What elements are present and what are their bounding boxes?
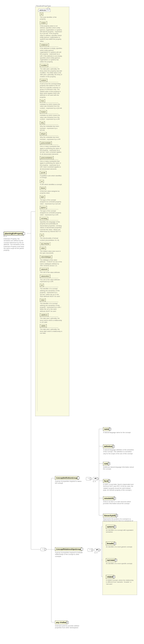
attr-label[interactable]: howuri [40, 110, 47, 113]
child-desc: In NAR 1.8 and later, facet is deprecate… [103, 484, 135, 491]
attr-label[interactable]: pubconstrainturi [40, 156, 54, 159]
attr-label[interactable]: reluri [40, 298, 46, 302]
attr-label[interactable]: valuedatatype [40, 255, 52, 258]
cdg-child-remoteInfo: remoteInfo+A link to an item or a web re… [103, 496, 135, 504]
expand-icon[interactable]: - [81, 548, 83, 550]
attr-label[interactable]: type [40, 195, 45, 198]
attr-qcode: qcodeA qualified code which identifies a… [40, 171, 62, 179]
child-box[interactable]: related+ [106, 575, 114, 579]
expand-icon[interactable]: + [115, 559, 117, 562]
expand-icon[interactable]: + [113, 497, 116, 500]
crg-box[interactable]: ConceptRelationshipsGroup - [55, 547, 82, 551]
crg-child-sameAs: sameAs+An identifier of a concept with e… [106, 525, 134, 533]
cdg-child-definition: definition+A natural language definition… [103, 444, 135, 454]
child-box[interactable]: sameAs+ [106, 525, 115, 529]
attr-label[interactable]: rel [40, 284, 44, 287]
child-name: narrower [107, 559, 115, 561]
expand-icon[interactable]: - [77, 477, 80, 479]
attr-typeuri: typeuriThe type of the concept assigned … [40, 206, 62, 216]
child-box[interactable]: note+ [103, 462, 109, 466]
attr-desc: The identifier of a concept defining the… [40, 302, 62, 312]
type-label: Flex2ExtPropType [36, 5, 51, 7]
attr-label[interactable]: whyuri [40, 132, 47, 135]
child-name: broader [107, 542, 114, 544]
attr-label[interactable]: uri [40, 180, 44, 183]
attr-label[interactable]: any ##other [40, 242, 51, 246]
child-box[interactable]: hierarchyInfo+ [103, 514, 117, 518]
expand-icon[interactable]: + [114, 542, 116, 545]
attr-label[interactable]: qcode [40, 171, 46, 174]
child-desc: A related concept, where the relationshi… [106, 579, 134, 585]
attr-label[interactable]: modified [40, 64, 48, 67]
attr-reluri: reluriThe identifier of a concept defini… [40, 298, 62, 312]
attr-validfrom: validfromThe date (and, optionally, the … [40, 313, 62, 323]
cdg-name: ConceptDefinitionGroup [56, 477, 77, 479]
expand-icon[interactable]: + [115, 514, 118, 517]
attr-label[interactable]: how [40, 99, 45, 102]
attr-howuri: howuriIndicates by which means the value… [40, 110, 62, 120]
attr-label[interactable]: valueunit [40, 268, 49, 271]
attr-why: whyWhy the metadata has been included - … [40, 121, 62, 131]
attr-label[interactable]: pubconstraint [40, 142, 52, 144]
sequence-icon: ⎓ [41, 548, 45, 551]
child-box[interactable]: name+ [103, 427, 110, 431]
attr-creatoruri: creatoruriIf the attribute is empty, spe… [40, 43, 62, 63]
expand-icon[interactable]: + [109, 428, 111, 430]
child-box[interactable]: narrower+ [106, 558, 116, 562]
child-box[interactable]: facet+ [103, 479, 109, 483]
attr-label[interactable]: creator [40, 21, 47, 24]
cdg-child-name: name+A natural language name for the con… [103, 427, 135, 434]
attr-label[interactable]: dir [40, 234, 44, 237]
expand-icon[interactable]: + [112, 445, 115, 448]
attr-valuedatatype: valuedatatypeThe datatype of the value a… [40, 255, 62, 267]
any-other-desc: Extension point for provider-defined pro… [55, 625, 83, 629]
child-desc: Additional natural language information … [103, 466, 135, 470]
attr-label[interactable]: validfrom [40, 313, 49, 316]
attr-xml-lang: xml:langSpecifies the language of this p… [40, 217, 62, 232]
expand-icon[interactable]: - [23, 232, 25, 235]
expand-icon[interactable]: + [108, 462, 110, 465]
child-box[interactable]: broader+ [106, 542, 115, 545]
cdg-box[interactable]: ConceptDefinitionGroup - [55, 476, 78, 480]
attr-desc: If the attribute is empty, specifies whi… [40, 48, 62, 63]
any-other-box[interactable]: any ##other + [55, 620, 67, 624]
attr-label[interactable]: creatoruri [40, 43, 49, 46]
concept-relationships-group: ConceptRelationshipsGroup - A group of p… [55, 547, 86, 557]
attr-label[interactable]: literal [40, 186, 46, 190]
expand-icon[interactable]: + [113, 576, 115, 578]
root-box[interactable]: planningExtProperty - [4, 232, 24, 236]
attr-desc: The date (and, optionally, the time) aft… [40, 328, 62, 334]
attr-type: typeThe type of the concept assigned as … [40, 195, 62, 205]
expand-icon[interactable]: + [114, 526, 116, 528]
expand-icon[interactable]: + [108, 480, 111, 482]
attr-desc: The datatype of the value attribute – it… [40, 259, 62, 267]
attr-desc: If set to true the corresponding propert… [40, 83, 62, 98]
attr-label[interactable]: custom [40, 79, 47, 82]
attr-modified: modifiedThe date (and, optionally, the t… [40, 64, 62, 78]
attr-label[interactable]: typeuri [40, 206, 47, 209]
child-desc: An identifier of a more specific concept… [106, 562, 134, 564]
attr-literal: literalA free-text value assigned as pro… [40, 186, 62, 194]
root-desc: Extension Property: the semantics are de… [4, 238, 27, 251]
crg-child-narrower: narrower+An identifier of a more specifi… [106, 558, 134, 564]
crg-child-broader: broader+An identifier of a more generic … [106, 542, 134, 548]
child-box[interactable]: remoteInfo+ [103, 496, 115, 500]
attr-desc: A qualified code which identifies a conc… [40, 175, 62, 179]
expand-icon[interactable]: - [47, 8, 49, 10]
expand-icon[interactable]: + [66, 621, 69, 624]
attr-desc: Specifies the language of this property … [40, 221, 62, 232]
attr-label[interactable]: id [40, 12, 43, 16]
attr-label[interactable]: xml:lang [40, 217, 48, 220]
attr-label[interactable]: why [40, 121, 45, 124]
attr-validto: validtoThe date (and, optionally, the ti… [40, 324, 62, 334]
child-box[interactable]: definition+ [103, 444, 113, 448]
attributes-header[interactable]: attributes - [38, 9, 51, 12]
attr-desc: Indicates by which means the value was e… [40, 114, 62, 120]
attr-label[interactable]: validto [40, 324, 47, 328]
attr-header-label: attributes [40, 9, 46, 11]
child-desc: A link to an item or a web resource whic… [103, 501, 135, 504]
attr-label[interactable]: value [40, 246, 46, 250]
attr-value: valueThe related value (see more in the … [40, 246, 62, 254]
attr-label[interactable]: valueunituri [40, 275, 50, 278]
attr-desc: The related value (see more in the spec … [40, 250, 62, 254]
